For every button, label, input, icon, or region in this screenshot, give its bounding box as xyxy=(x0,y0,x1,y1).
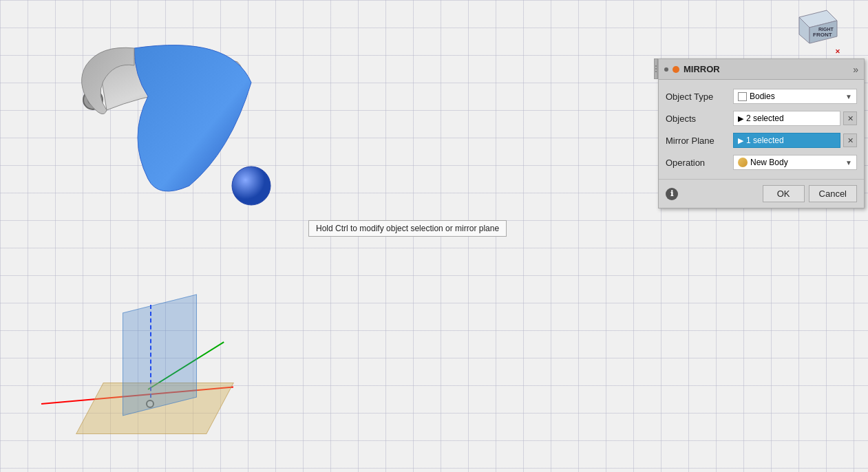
mirror-plane-badge[interactable]: ▶ 1 selected xyxy=(733,133,840,148)
cancel-button[interactable]: Cancel xyxy=(809,185,857,202)
newbody-icon xyxy=(738,158,748,167)
mirror-plane-label: Mirror Plane xyxy=(666,136,728,146)
object-type-value: Bodies xyxy=(750,92,775,101)
operation-row: Operation New Body ▼ xyxy=(659,151,864,173)
panel-header: MIRROR » xyxy=(659,59,864,80)
mirror-plane-clear-btn[interactable]: ✕ xyxy=(843,133,857,147)
tooltip-text: Hold Ctrl to modify object selection or … xyxy=(316,224,499,233)
tooltip: Hold Ctrl to modify object selection or … xyxy=(308,220,507,237)
operation-value: New Body xyxy=(750,158,788,167)
cursor-icon: ▶ xyxy=(738,114,743,123)
mirror-plane xyxy=(123,294,197,416)
object-type-control[interactable]: Bodies ▼ xyxy=(733,89,857,104)
mirror-plane-row: Mirror Plane ▶ 1 selected ✕ xyxy=(659,129,864,151)
operation-dropdown[interactable]: New Body ▼ xyxy=(733,155,857,170)
operation-dropdown-arrow: ▼ xyxy=(845,159,852,167)
panel-title: MIRROR xyxy=(684,64,720,74)
view-cube[interactable]: FRONT RIGHT ✕ xyxy=(792,3,840,52)
body-icon xyxy=(738,92,747,101)
panel-footer: ℹ OK Cancel xyxy=(659,179,864,208)
objects-control[interactable]: ▶ 2 selected ✕ xyxy=(733,111,857,126)
cube-x-axis: ✕ xyxy=(835,48,840,55)
objects-badge[interactable]: ▶ 2 selected xyxy=(733,111,840,126)
panel-status-dot xyxy=(673,66,679,73)
viewport: Hold Ctrl to modify object selection or … xyxy=(0,0,868,472)
cursor-active-icon: ▶ xyxy=(738,136,743,145)
ok-button[interactable]: OK xyxy=(763,185,805,202)
objects-clear-btn[interactable]: ✕ xyxy=(843,111,857,125)
svg-point-2 xyxy=(232,167,271,205)
panel-drag-dot xyxy=(664,67,668,72)
object-type-label: Object Type xyxy=(666,92,728,102)
mirror-panel: MIRROR » Object Type Bodies ▼ Objects xyxy=(658,58,865,208)
svg-text:RIGHT: RIGHT xyxy=(818,27,834,32)
panel-body: Object Type Bodies ▼ Objects ▶ 2 selecte… xyxy=(659,80,864,179)
svg-text:FRONT: FRONT xyxy=(813,32,832,38)
footer-buttons: OK Cancel xyxy=(763,185,857,202)
panel-header-left: MIRROR xyxy=(664,64,720,74)
mirror-plane-value: 1 selected xyxy=(746,136,784,145)
objects-label: Objects xyxy=(666,114,728,124)
object-type-row: Object Type Bodies ▼ xyxy=(659,85,864,107)
operation-label: Operation xyxy=(666,158,728,168)
operation-control[interactable]: New Body ▼ xyxy=(733,155,857,170)
mirror-plane-control[interactable]: ▶ 1 selected ✕ xyxy=(733,133,857,148)
objects-row: Objects ▶ 2 selected ✕ xyxy=(659,107,864,129)
panel-forward-btn[interactable]: » xyxy=(853,64,858,75)
info-button[interactable]: ℹ xyxy=(666,188,678,200)
objects-value: 2 selected xyxy=(746,114,784,123)
scroll-object xyxy=(38,28,272,220)
dropdown-arrow-icon: ▼ xyxy=(845,93,852,100)
object-type-dropdown[interactable]: Bodies ▼ xyxy=(733,89,857,104)
